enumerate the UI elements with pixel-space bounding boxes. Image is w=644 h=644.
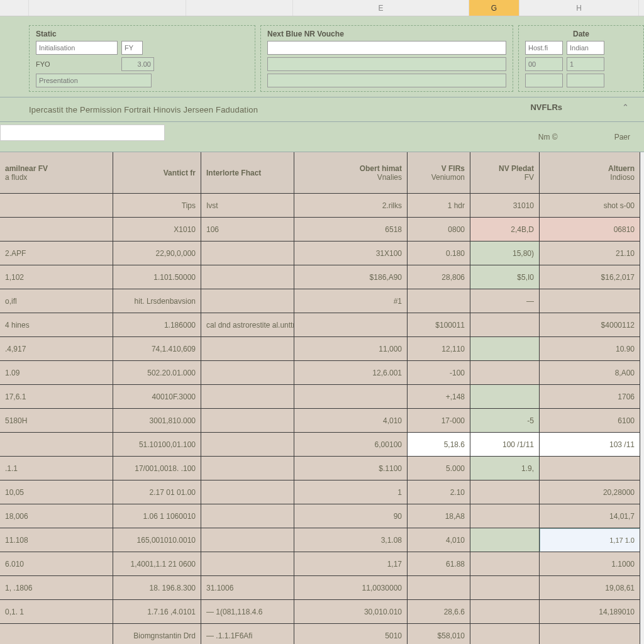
grid-cell[interactable]: 2.APF bbox=[0, 242, 113, 265]
grid-cell[interactable]: +,148 bbox=[408, 385, 470, 409]
grid-cell[interactable] bbox=[0, 218, 113, 242]
grid-cell[interactable] bbox=[540, 289, 640, 313]
grid-cell[interactable]: 17-000 bbox=[408, 409, 470, 433]
grid-cell[interactable]: .4,917 bbox=[0, 337, 113, 361]
grid-cell[interactable]: 100 /1/11 bbox=[470, 433, 540, 457]
grid-cell[interactable]: #1 bbox=[294, 289, 408, 313]
grid-cell[interactable]: -100 bbox=[408, 361, 470, 385]
grid-column-header[interactable]: Obert himatVnalies bbox=[294, 152, 408, 194]
grid-cell[interactable]: 12,110 bbox=[408, 337, 470, 361]
grid-cell[interactable] bbox=[201, 457, 294, 480]
grid-cell[interactable]: Ivst bbox=[201, 194, 294, 218]
grid-cell[interactable]: 1.7.16 ,4.0101 bbox=[113, 600, 201, 624]
grid-cell[interactable] bbox=[294, 313, 408, 337]
grid-cell[interactable]: $100011 bbox=[408, 313, 470, 337]
col-header-c[interactable] bbox=[186, 0, 293, 16]
grid-cell[interactable]: 1 hdr bbox=[408, 194, 470, 218]
static-init-dd[interactable] bbox=[121, 41, 143, 55]
grid-cell[interactable] bbox=[201, 409, 294, 433]
grid-cell[interactable] bbox=[470, 504, 540, 528]
grid-cell[interactable] bbox=[201, 385, 294, 409]
grid-cell[interactable]: 18. 196.8.300 bbox=[113, 576, 201, 600]
grid-cell[interactable] bbox=[470, 337, 540, 361]
grid-cell[interactable]: 31X100 bbox=[294, 242, 408, 265]
grid-cell[interactable]: 1,4001,1.1 21 0600 bbox=[113, 552, 201, 576]
date-indian[interactable] bbox=[567, 41, 604, 55]
grid-cell[interactable]: 61.88 bbox=[408, 552, 470, 576]
grid-cell[interactable]: 3,1.08 bbox=[294, 528, 408, 552]
grid-cell[interactable] bbox=[470, 313, 540, 337]
grid-cell[interactable]: 10.90 bbox=[540, 337, 640, 361]
grid-cell[interactable]: 21.10 bbox=[540, 242, 640, 265]
grid-column-header[interactable]: NV PledatFV bbox=[470, 152, 540, 194]
grid-cell[interactable]: Tips bbox=[113, 194, 201, 218]
grid-cell[interactable]: 5010 bbox=[294, 624, 408, 644]
col-header-blank[interactable] bbox=[0, 0, 29, 16]
grid-cell[interactable]: 5.000 bbox=[408, 457, 470, 480]
grid-cell[interactable] bbox=[0, 433, 113, 457]
grid-cell[interactable]: 11.108 bbox=[0, 528, 113, 552]
grid-cell[interactable]: 31010 bbox=[470, 194, 540, 218]
grid-cell[interactable]: 15,80) bbox=[470, 242, 540, 265]
grid-cell[interactable]: 06810 bbox=[540, 218, 640, 242]
grid-cell[interactable] bbox=[470, 576, 540, 600]
grid-cell[interactable]: 6100 bbox=[540, 409, 640, 433]
grid-cell[interactable] bbox=[201, 361, 294, 385]
grid-cell[interactable]: 74,1.410,609 bbox=[113, 337, 201, 361]
grid-cell[interactable]: 10,05 bbox=[0, 480, 113, 504]
collapse-icon[interactable]: ⌃ bbox=[622, 103, 629, 112]
grid-cell[interactable]: 11,0030000 bbox=[294, 576, 408, 600]
grid-cell[interactable]: 2.rilks bbox=[294, 194, 408, 218]
grid-cell[interactable] bbox=[0, 194, 113, 218]
grid-cell[interactable]: 0800 bbox=[408, 218, 470, 242]
grid-cell[interactable]: 0,1. 1 bbox=[0, 600, 113, 624]
grid-cell[interactable]: 6518 bbox=[294, 218, 408, 242]
grid-cell[interactable] bbox=[201, 265, 294, 289]
grid-cell[interactable] bbox=[470, 600, 540, 624]
grid-cell[interactable]: 19,08,61 bbox=[540, 576, 640, 600]
grid-cell[interactable]: 1.06 1 1060010 bbox=[113, 504, 201, 528]
grid-cell[interactable]: 1 bbox=[294, 480, 408, 504]
grid-cell[interactable]: 1.09 bbox=[0, 361, 113, 385]
grid-cell[interactable] bbox=[201, 552, 294, 576]
grid-cell[interactable]: 11,000 bbox=[294, 337, 408, 361]
grid-cell[interactable]: 3001,810.000 bbox=[113, 409, 201, 433]
data-grid[interactable]: amilnear FVa fludxVantict frInterlorte F… bbox=[0, 152, 644, 644]
grid-cell[interactable] bbox=[408, 576, 470, 600]
grid-cell[interactable]: 4,010 bbox=[294, 409, 408, 433]
grid-cell[interactable]: 14,189010 bbox=[540, 600, 640, 624]
grid-cell[interactable]: cal dnd astrorestite al.unttritiin VL6fl… bbox=[201, 313, 294, 337]
grid-cell[interactable] bbox=[294, 385, 408, 409]
date-host[interactable] bbox=[525, 41, 563, 55]
grid-cell[interactable] bbox=[470, 361, 540, 385]
grid-cell[interactable] bbox=[470, 552, 540, 576]
grid-cell[interactable]: 51.10100,01.100 bbox=[113, 433, 201, 457]
static-fyo-value[interactable] bbox=[121, 57, 154, 71]
date-v4[interactable] bbox=[567, 74, 604, 87]
grid-cell[interactable]: 28,6.6 bbox=[408, 600, 470, 624]
grid-column-header[interactable]: amilnear FVa fludx bbox=[0, 152, 113, 194]
grid-cell[interactable]: 165,001010.0010 bbox=[113, 528, 201, 552]
grid-cell[interactable]: 1.1000 bbox=[540, 552, 640, 576]
col-header-g[interactable]: G bbox=[469, 0, 519, 16]
static-presentation[interactable] bbox=[36, 74, 152, 87]
grid-cell[interactable] bbox=[201, 504, 294, 528]
grid-cell[interactable]: 1,102 bbox=[0, 265, 113, 289]
grid-cell[interactable] bbox=[201, 337, 294, 361]
grid-cell[interactable] bbox=[540, 457, 640, 480]
grid-cell[interactable]: -5 bbox=[470, 409, 540, 433]
grid-cell[interactable]: 502.20.01.000 bbox=[113, 361, 201, 385]
grid-cell[interactable]: $58,010 bbox=[408, 624, 470, 644]
grid-cell[interactable]: 90 bbox=[294, 504, 408, 528]
grid-cell[interactable]: 1706 bbox=[540, 385, 640, 409]
grid-cell[interactable]: 17,6.1 bbox=[0, 385, 113, 409]
grid-cell[interactable]: 17/001,0018. .100 bbox=[113, 457, 201, 480]
grid-cell[interactable]: $186,A90 bbox=[294, 265, 408, 289]
grid-cell[interactable]: 1.101.50000 bbox=[113, 265, 201, 289]
grid-cell[interactable]: 1.186000 bbox=[113, 313, 201, 337]
grid-cell[interactable]: $4000112 bbox=[540, 313, 640, 337]
grid-cell[interactable]: 5180H bbox=[0, 409, 113, 433]
grid-cell[interactable]: 12,6.001 bbox=[294, 361, 408, 385]
grid-cell[interactable]: .1.1 bbox=[0, 457, 113, 480]
voucher-line1[interactable] bbox=[267, 41, 506, 55]
